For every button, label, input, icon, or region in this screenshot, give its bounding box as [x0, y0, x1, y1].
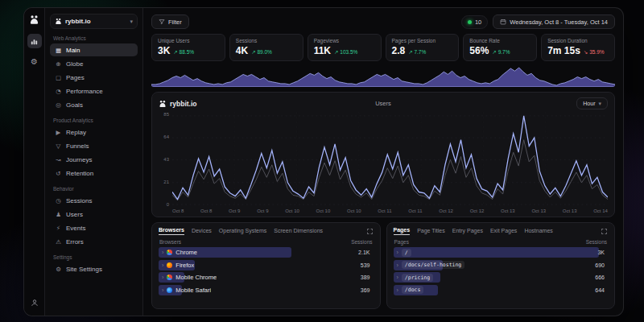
interval-select[interactable]: Hour ▾: [576, 97, 608, 109]
x-tick-label: Oct 9: [257, 208, 268, 213]
metric-change: ↗ 103.5%: [334, 49, 357, 56]
sidebar-item-retention[interactable]: ↺ Retention: [50, 167, 138, 180]
chevron-down-icon: ▾: [130, 19, 133, 25]
site-selector[interactable]: rybbit.io ▾: [50, 14, 138, 29]
sidebar-item-label: Funnels: [66, 142, 89, 150]
sidebar-item-events[interactable]: ⚡ Events: [50, 221, 138, 234]
sidebar: rybbit.io ▾ Web Analytics ▦ Main ⊕ Globe…: [45, 8, 143, 316]
table-row[interactable]: ›/docs/self-hosting 690: [394, 260, 609, 270]
sidebar-item-label: Events: [66, 225, 85, 232]
target-icon: ◎: [55, 101, 62, 109]
tab-devices[interactable]: Devices: [192, 228, 212, 235]
sidebar-item-pages[interactable]: ▢ Pages: [50, 71, 138, 84]
metric-value: 11K: [314, 45, 331, 56]
x-tick-label: Oct 10: [347, 208, 361, 213]
tab-operating-systems[interactable]: Operating Systems: [219, 228, 267, 235]
expand-icon[interactable]: [366, 228, 374, 235]
x-tick-label: Oct 13: [501, 208, 515, 213]
sidebar-item-users[interactable]: ♟ Users: [50, 208, 138, 221]
main-icon: ▦: [55, 47, 62, 54]
table-row[interactable]: ›/ 3K: [394, 247, 609, 258]
site-logo-icon: [55, 18, 62, 25]
row-value: 2.1K: [358, 250, 369, 255]
table-row[interactable]: ›Mobile Chrome 389: [159, 272, 374, 283]
rail-account-button[interactable]: [27, 295, 42, 310]
metric-bounce-rate[interactable]: Bounce Rate 56% ↗ 9.7%: [463, 34, 537, 61]
metric-label: Bounce Rate: [469, 38, 530, 43]
metric-change: ↗ 7.7%: [408, 49, 426, 56]
sidebar-item-site-settings[interactable]: ⚙ Site Settings: [50, 262, 138, 275]
table-row[interactable]: ›Chrome 2.1K: [159, 247, 374, 258]
metric-session-duration[interactable]: Session Duration 7m 15s ↘ 35.9%: [541, 34, 615, 61]
x-tick-label: Oct 12: [439, 208, 453, 213]
bar-chart-icon: [30, 37, 39, 46]
metric-sessions[interactable]: Sessions 4K ↗ 89.0%: [229, 34, 303, 61]
x-tick-label: Oct 8: [200, 208, 212, 213]
pages-card-tabs: Pages Page Titles Entry Pages Exit Pages…: [394, 227, 609, 235]
sidebar-item-label: Sessions: [66, 197, 92, 204]
chevron-right-icon: ›: [162, 262, 163, 268]
tab-pages[interactable]: Pages: [394, 227, 411, 235]
sidebar-item-label: Retention: [66, 170, 93, 177]
sidebar-item-sessions[interactable]: ◷ Sessions: [50, 194, 138, 207]
route-icon: ↝: [55, 156, 62, 163]
column-label: Browsers: [159, 239, 181, 245]
play-icon: ▶: [55, 129, 62, 136]
line-chart-plot[interactable]: [172, 112, 608, 207]
change-value: 89.0%: [257, 49, 271, 55]
sidebar-item-label: Site Settings: [66, 266, 102, 273]
tab-browsers[interactable]: Browsers: [159, 227, 184, 235]
person-icon: ♟: [55, 211, 62, 218]
metric-pageviews[interactable]: Pageviews 11K ↗ 103.5%: [308, 34, 382, 61]
filter-button[interactable]: Filter: [151, 14, 189, 29]
chart-header: rybbit.io Users Hour ▾: [159, 97, 608, 109]
row-value: 389: [361, 275, 370, 280]
tab-entry-pages[interactable]: Entry Pages: [452, 228, 483, 235]
metric-pages-per-session[interactable]: Pages per Session 2.8 ↗ 7.7%: [386, 34, 460, 61]
x-tick-label: Oct 8: [172, 208, 184, 213]
safari-icon: [167, 287, 172, 293]
table-row[interactable]: ›/docs 644: [394, 285, 609, 295]
sidebar-item-performance[interactable]: ◔ Performance: [50, 85, 138, 97]
sidebar-item-replay[interactable]: ▶ Replay: [50, 126, 138, 138]
chevron-right-icon: ›: [162, 287, 163, 293]
tab-page-titles[interactable]: Page Titles: [417, 228, 445, 235]
metric-value: 4K: [236, 45, 248, 56]
x-tick-label: Oct 9: [229, 208, 240, 213]
metric-change: ↗ 9.7%: [492, 49, 510, 56]
date-range-label: Wednesday, Oct 8 - Tuesday, Oct 14: [510, 19, 608, 26]
row-bar: [394, 247, 600, 258]
table-row[interactable]: ›Firefox 539: [159, 260, 374, 270]
x-tick-label: Oct 11: [408, 208, 422, 213]
pages-card: Pages Page Titles Entry Pages Exit Pages…: [386, 222, 616, 309]
rail-settings-button[interactable]: ⚙: [27, 54, 42, 68]
metric-unique-users[interactable]: Unique Users 3K ↗ 88.5%: [151, 34, 225, 61]
sidebar-item-journeys[interactable]: ↝ Journeys: [50, 153, 138, 166]
table-row[interactable]: ›Mobile Safari 369: [159, 285, 374, 295]
expand-icon[interactable]: [601, 228, 608, 235]
tab-exit-pages[interactable]: Exit Pages: [490, 228, 517, 235]
live-count: 10: [475, 19, 481, 26]
trend-arrow-icon: ↗: [408, 49, 412, 55]
sidebar-item-funnels[interactable]: ▽ Funnels: [50, 139, 138, 152]
app-logo[interactable]: [29, 14, 39, 28]
metric-label: Session Duration: [547, 38, 609, 43]
x-tick-label: Oct 11: [378, 208, 391, 213]
rail-analytics-button[interactable]: [27, 34, 42, 48]
sidebar-item-globe[interactable]: ⊕ Globe: [50, 57, 138, 70]
chevron-down-icon: ▾: [598, 101, 601, 107]
firefox-icon: [167, 262, 172, 268]
live-visitors-badge[interactable]: 10: [461, 15, 488, 29]
main-content: Filter 10 Wednesday, Oct 8 - Tuesday, Oc…: [143, 8, 623, 316]
table-header: Pages Sessions: [394, 239, 608, 245]
change-value: 35.9%: [589, 49, 604, 55]
tab-screen-dimensions[interactable]: Screen Dimensions: [274, 228, 323, 235]
sidebar-item-goals[interactable]: ◎ Goals: [50, 98, 138, 111]
date-range-picker[interactable]: Wednesday, Oct 8 - Tuesday, Oct 14: [493, 14, 615, 29]
site-name: rybbit.io: [65, 18, 91, 25]
sparkline-area: [151, 68, 615, 87]
table-row[interactable]: ›/pricing 666: [394, 272, 609, 283]
sidebar-item-errors[interactable]: ⚠ Errors: [50, 235, 138, 248]
tab-hostnames[interactable]: Hostnames: [524, 228, 552, 235]
sidebar-item-main[interactable]: ▦ Main: [50, 43, 138, 56]
